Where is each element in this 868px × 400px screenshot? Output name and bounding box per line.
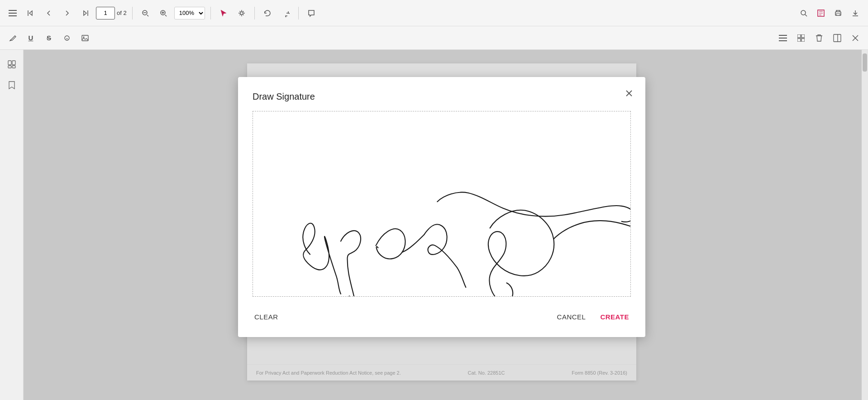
svg-rect-23 (801, 34, 805, 38)
underline-tool-button[interactable]: U (24, 31, 38, 45)
delete-button[interactable] (812, 31, 826, 45)
svg-point-18 (83, 36, 85, 38)
svg-rect-21 (779, 40, 787, 41)
toolbar-divider-3 (254, 7, 255, 19)
svg-rect-20 (779, 38, 787, 39)
main-content: st r a g e d For Privacy Act and Paperwo… (24, 50, 860, 400)
zoom-in-button[interactable] (156, 6, 171, 20)
svg-rect-0 (9, 10, 17, 11)
svg-point-11 (801, 10, 806, 15)
panel-toggle-button[interactable] (830, 31, 844, 45)
svg-line-5 (147, 15, 148, 16)
dialog-title: Draw Signature (253, 92, 631, 102)
svg-rect-31 (12, 61, 15, 65)
signature-drawing (253, 111, 630, 296)
svg-rect-22 (797, 34, 801, 38)
toolbar-divider (132, 7, 133, 19)
right-toolbar-icons (796, 6, 863, 20)
svg-line-9 (165, 15, 167, 16)
bookmarks-button[interactable] (5, 78, 19, 92)
next-page-button[interactable] (60, 6, 74, 20)
pan-tool-button[interactable] (234, 6, 249, 20)
svg-rect-26 (834, 34, 841, 42)
print-button[interactable] (831, 6, 845, 20)
dialog-footer: CLEAR CANCEL CREATE (253, 309, 631, 324)
signature-canvas[interactable] (253, 111, 631, 297)
download-button[interactable] (848, 6, 863, 20)
page-thumbnails-button[interactable] (5, 57, 19, 72)
clear-button[interactable]: CLEAR (253, 309, 280, 324)
svg-rect-33 (12, 66, 15, 68)
zoom-out-button[interactable] (138, 6, 153, 20)
svg-rect-32 (8, 66, 11, 68)
toolbar-divider-4 (298, 7, 299, 19)
search-button[interactable] (796, 6, 811, 20)
scrollbar-thumb[interactable] (863, 53, 867, 72)
draw-signature-dialog: Draw Signature (238, 77, 645, 337)
second-toolbar: U S (0, 26, 868, 50)
svg-rect-1 (9, 13, 17, 14)
pen-tool-button[interactable] (5, 31, 20, 45)
dialog-close-button[interactable] (622, 86, 636, 101)
page-number-input[interactable]: 1 (96, 7, 115, 19)
first-page-button[interactable] (24, 6, 38, 20)
footer-right-buttons: CANCEL CREATE (555, 309, 631, 324)
left-sidebar (0, 50, 24, 400)
top-toolbar: 1 of 2 100% 50% 75% 125% 150% 200% (0, 0, 868, 26)
strikethrough-tool-button[interactable]: S (42, 31, 56, 45)
shapes-tool-button[interactable] (60, 31, 74, 45)
svg-rect-24 (797, 39, 801, 42)
last-page-button[interactable] (78, 6, 92, 20)
toolbar-divider-2 (210, 7, 211, 19)
image-tool-button[interactable] (78, 31, 92, 45)
annotate-button[interactable] (814, 6, 828, 20)
page-of-label: of 2 (117, 10, 127, 16)
create-button[interactable]: CREATE (598, 309, 631, 324)
cursor-tool-button[interactable] (216, 6, 231, 20)
grid-view-button[interactable] (794, 31, 808, 45)
list-view-button[interactable] (776, 31, 790, 45)
svg-line-12 (805, 14, 807, 16)
sidebar-toggle-button[interactable] (5, 6, 20, 20)
undo-button[interactable] (260, 6, 275, 20)
svg-rect-25 (801, 39, 805, 42)
page-navigation: 1 of 2 (96, 7, 127, 19)
svg-rect-19 (779, 35, 787, 36)
cancel-button[interactable]: CANCEL (555, 309, 588, 324)
redo-button[interactable] (278, 6, 293, 20)
svg-rect-15 (836, 14, 840, 15)
modal-overlay: Draw Signature (24, 50, 860, 400)
svg-rect-2 (9, 15, 17, 16)
svg-rect-17 (82, 35, 88, 41)
svg-rect-30 (8, 61, 11, 65)
prev-page-button[interactable] (42, 6, 56, 20)
close-panel-button[interactable] (848, 31, 863, 45)
scrollbar-track[interactable] (862, 50, 868, 400)
zoom-select[interactable]: 100% 50% 75% 125% 150% 200% (174, 7, 205, 19)
svg-point-10 (240, 12, 243, 14)
comment-button[interactable] (304, 6, 319, 20)
